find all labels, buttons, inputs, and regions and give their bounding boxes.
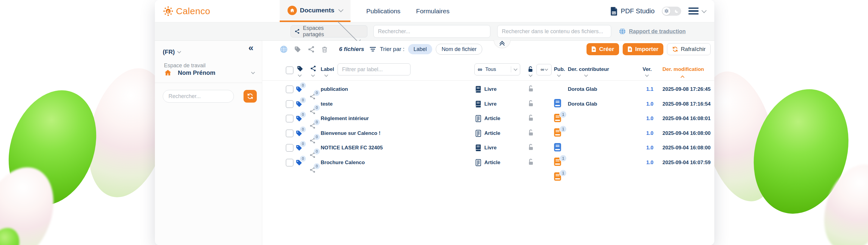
row-lock-icon[interactable] (527, 158, 534, 167)
sort-chip-filename[interactable]: Nom de fichier (436, 44, 482, 55)
share-column-icon[interactable] (310, 65, 316, 73)
row-checkbox[interactable] (286, 144, 293, 152)
row-lock-icon[interactable] (527, 129, 534, 138)
calenco-logo-icon: c (163, 6, 174, 17)
label-filter-input[interactable] (338, 63, 410, 76)
theme-toggle[interactable] (662, 7, 681, 16)
create-button[interactable]: Créer (587, 43, 619, 55)
workspace-label: Espace de travail (164, 62, 206, 69)
sidebar-refresh-button[interactable] (244, 90, 257, 103)
row-lock-icon[interactable] (527, 144, 534, 152)
row-lock-icon[interactable] (527, 100, 534, 108)
chevron-down-icon[interactable] (311, 73, 315, 77)
content-search-input[interactable] (497, 25, 611, 38)
chevron-up-icon[interactable] (681, 76, 684, 79)
translation-report-link[interactable]: Rapport de traduction (619, 28, 686, 35)
trash-action-icon[interactable] (321, 46, 328, 53)
select-all-checkbox[interactable] (286, 66, 293, 74)
share-count-badge: 0 (314, 148, 320, 155)
share-action-icon[interactable] (307, 46, 315, 53)
row-checkbox[interactable] (286, 159, 293, 167)
workspace-item[interactable]: Nom Prénom (164, 69, 254, 76)
tab-formulaires[interactable]: Formulaires (416, 7, 450, 15)
chevron-down-icon[interactable] (298, 73, 302, 77)
sidebar-divider (155, 83, 262, 83)
table-row: 00Bienvenue sur Calenco !Article1.02025-… (262, 126, 714, 141)
file-count: 6 fichiers (339, 46, 364, 53)
tag-count-badge: 0 (300, 156, 306, 162)
globe-icon (619, 28, 626, 35)
tag-count-badge: 0 (300, 127, 306, 133)
calenco-logo[interactable]: c Calenco (163, 6, 210, 17)
row-label[interactable]: Règlement intérieur (321, 115, 369, 121)
svg-text:c: c (167, 8, 169, 13)
menu-chevron-icon[interactable] (702, 8, 707, 13)
tag-action-icon[interactable] (294, 46, 301, 53)
app-header: c Calenco Documents Publications Formula… (155, 0, 714, 22)
row-version[interactable]: 1.0 (635, 145, 653, 151)
modified-column-header[interactable]: Der. modification (662, 66, 704, 73)
tab-publications[interactable]: Publications (366, 7, 400, 15)
row-modified-date: 2025-09-04 16:07:59 (662, 160, 711, 166)
sort-chip-label[interactable]: Label (408, 44, 432, 54)
row-label[interactable]: NOTICE LASER FC 32405 (321, 145, 383, 151)
row-checkbox[interactable] (286, 130, 293, 137)
row-lock-icon[interactable] (527, 114, 534, 123)
content-area: 6 fichiers Trier par : Label Nom de fich… (262, 41, 714, 245)
content-toolbar: 6 fichiers Trier par : Label Nom de fich… (262, 41, 714, 58)
sidebar-collapse-icon[interactable]: « (248, 43, 253, 52)
chevron-down-icon[interactable] (557, 73, 561, 77)
row-version[interactable]: 1.1 (635, 86, 653, 92)
sort-icon (370, 47, 376, 52)
pub-column-header[interactable]: Pub. (554, 66, 565, 73)
row-label[interactable]: Brochure Calenco (321, 160, 365, 166)
row-label[interactable]: Bienvenue sur Calenco ! (321, 130, 380, 136)
row-type: Livre (475, 101, 497, 108)
sort-by-label: Trier par : (380, 46, 404, 53)
row-lock-icon[interactable] (527, 85, 534, 93)
chevron-down-icon[interactable] (584, 73, 588, 77)
row-publication-icon[interactable]: 1 (553, 172, 714, 181)
pdf-studio-label: PDF Studio (621, 7, 655, 15)
contributor-column-header[interactable]: Der. contributeur (568, 66, 609, 73)
table-row: 00publicationLivreDorota Glab1.12025-09-… (262, 82, 714, 97)
row-modified-date: 2025-09-08 17:26:45 (662, 86, 711, 92)
row-label[interactable]: teste (321, 101, 333, 107)
sidebar-search-input[interactable] (163, 90, 234, 103)
tag-count-badge: 0 (300, 97, 306, 103)
row-checkbox[interactable] (286, 115, 293, 123)
chevron-down-icon (514, 67, 518, 71)
language-select[interactable]: (FR) (163, 49, 181, 56)
table-row: 00testeLivre1Dorota Glab1.02025-09-08 17… (262, 97, 714, 112)
select-divider (511, 66, 511, 73)
share-count-badge: 0 (314, 119, 320, 125)
tags-column-icon[interactable] (297, 65, 304, 74)
publication-filter-select[interactable]: ∞ (536, 64, 552, 76)
chevron-down-icon[interactable] (324, 73, 328, 77)
refresh-button[interactable]: Rafraîchir (667, 43, 711, 55)
row-checkbox[interactable] (286, 85, 293, 93)
row-version[interactable]: 1.0 (635, 160, 653, 166)
menu-icon[interactable] (688, 7, 699, 15)
tab-documents[interactable]: Documents (280, 0, 350, 22)
version-column-header[interactable]: Ver. (643, 66, 652, 73)
pdf-studio-button[interactable]: PDF PDF Studio (610, 7, 655, 16)
row-checkbox[interactable] (286, 100, 293, 108)
type-filter-select[interactable]: ∞ Tous (474, 63, 520, 76)
table-row: 00Règlement intérieurArticle11.02025-09-… (262, 111, 714, 126)
refresh-icon (672, 46, 678, 52)
row-type: Article (475, 130, 500, 137)
row-version[interactable]: 1.0 (635, 130, 653, 136)
file-upload-icon (627, 46, 632, 52)
chevron-down-icon[interactable] (645, 73, 649, 77)
space-select[interactable]: Espaces partagés (290, 25, 367, 37)
page-background: c Calenco Documents Publications Formula… (0, 0, 868, 245)
search-input[interactable] (373, 25, 490, 38)
row-label[interactable]: publication (321, 86, 348, 92)
row-version[interactable]: 1.0 (635, 101, 653, 107)
row-version[interactable]: 1.0 (635, 115, 653, 121)
label-column-header[interactable]: Label (321, 66, 334, 73)
globe-action-icon[interactable] (280, 45, 288, 53)
import-button[interactable]: Importer (623, 43, 663, 55)
sort-by-group: Trier par : Label Nom de fichier (370, 44, 482, 55)
